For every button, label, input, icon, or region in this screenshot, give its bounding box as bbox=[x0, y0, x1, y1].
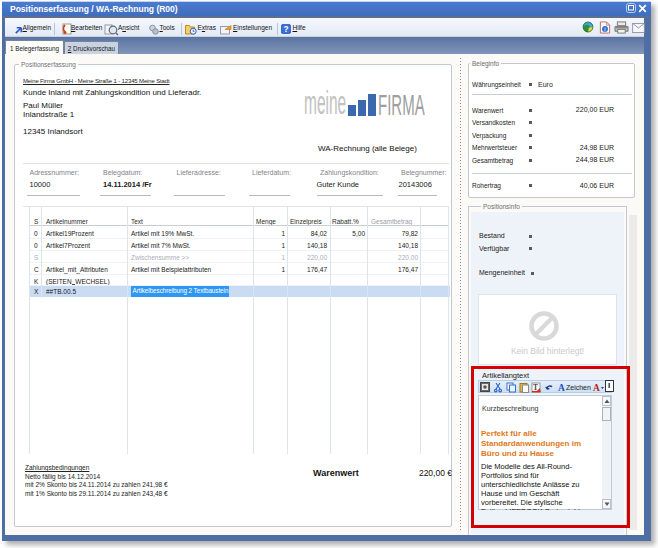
svg-text:?: ? bbox=[283, 24, 288, 34]
svg-text:i: i bbox=[604, 26, 605, 32]
